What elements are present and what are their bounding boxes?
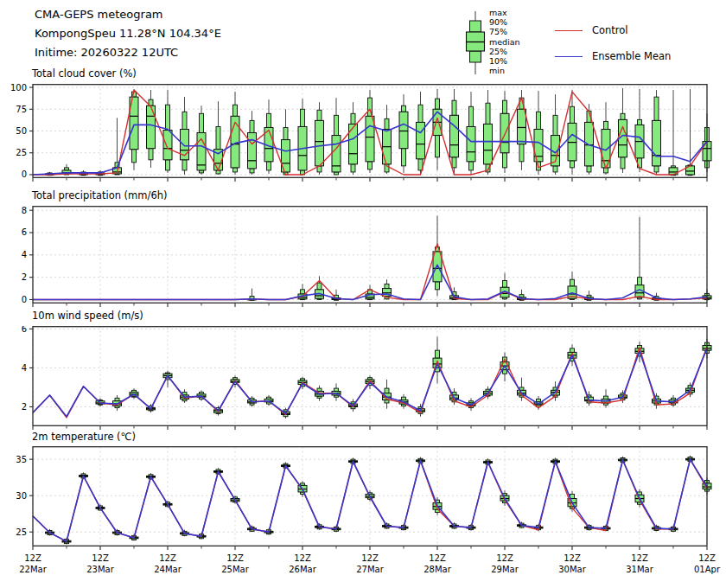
svg-text:30: 30	[16, 491, 27, 501]
svg-text:0: 0	[22, 169, 27, 179]
wind-speed-chart: 246	[0, 326, 726, 433]
temperature-chart: 25303512Z22Mar12Z23Mar12Z24Mar12Z25Mar12…	[0, 446, 726, 588]
svg-text:25: 25	[16, 527, 27, 537]
control-label: Control	[592, 24, 628, 36]
svg-text:27Mar: 27Mar	[356, 565, 384, 574]
control-line-icon	[555, 30, 583, 31]
wind-speed-title: 10m wind speed (m/s)	[32, 310, 143, 322]
svg-text:29Mar: 29Mar	[491, 565, 519, 574]
svg-text:12Z: 12Z	[361, 553, 379, 563]
legend-p10-label: 10%	[489, 56, 520, 66]
legend-item-control: Control	[555, 17, 671, 43]
svg-text:12Z: 12Z	[429, 553, 446, 563]
svg-text:23Mar: 23Mar	[86, 565, 114, 574]
legend-p75-label: 75%	[489, 27, 520, 36]
svg-text:25: 25	[16, 148, 27, 157]
svg-text:12Z: 12Z	[226, 553, 244, 563]
station-coordinates: KompongSpeu 11.28°N 104.34°E	[35, 24, 221, 43]
svg-text:12Z: 12Z	[564, 553, 581, 563]
svg-text:8: 8	[22, 206, 27, 215]
meteogram-page: CMA-GEPS meteogram KompongSpeu 11.28°N 1…	[0, 0, 726, 588]
legend-min-label: min	[489, 66, 520, 75]
ensemble-mean-line-icon	[555, 56, 583, 57]
svg-text:26Mar: 26Mar	[289, 565, 316, 574]
svg-text:12Z: 12Z	[631, 553, 648, 563]
svg-text:0: 0	[22, 295, 27, 304]
svg-text:2: 2	[22, 272, 27, 282]
svg-text:12Z: 12Z	[24, 553, 41, 563]
svg-text:31Mar: 31Mar	[626, 565, 653, 574]
legend-p90-label: 90%	[489, 17, 520, 27]
page-title: CMA-GEPS meteogram	[35, 5, 221, 24]
cloud-cover-chart: 0255075100	[0, 84, 726, 186]
svg-text:4: 4	[22, 250, 27, 259]
svg-text:30Mar: 30Mar	[558, 565, 586, 574]
svg-text:28Mar: 28Mar	[424, 565, 451, 574]
svg-text:24Mar: 24Mar	[154, 565, 182, 574]
svg-text:100: 100	[10, 84, 27, 93]
svg-text:22Mar: 22Mar	[19, 565, 47, 574]
header: CMA-GEPS meteogram KompongSpeu 11.28°N 1…	[35, 5, 221, 62]
svg-text:6: 6	[22, 227, 27, 237]
svg-text:25Mar: 25Mar	[221, 565, 249, 574]
precipitation-title: Total precipitation (mm/6h)	[32, 189, 167, 201]
ensemble-mean-label: Ensemble Mean	[592, 50, 671, 62]
legend-max-label: max	[489, 8, 520, 17]
legend-item-ensemble-mean: Ensemble Mean	[555, 43, 671, 69]
svg-text:01Apr: 01Apr	[694, 565, 721, 574]
svg-text:6: 6	[22, 326, 27, 334]
svg-text:75: 75	[16, 105, 27, 114]
legend-median-label: median	[489, 37, 520, 47]
legend-p25-label: 25%	[489, 47, 520, 56]
svg-text:4: 4	[22, 363, 27, 373]
cloud-cover-title: Total cloud cover (%)	[32, 67, 137, 80]
svg-text:2: 2	[22, 402, 27, 412]
svg-text:12Z: 12Z	[496, 553, 513, 563]
svg-text:12Z: 12Z	[294, 553, 311, 563]
boxplot-legend-icon	[462, 9, 489, 78]
svg-text:50: 50	[16, 126, 27, 136]
svg-text:12Z: 12Z	[92, 553, 109, 563]
series-legend: Control Ensemble Mean	[555, 17, 671, 69]
boxplot-legend-labels: max 90% 75% median 25% 10% min	[489, 8, 520, 75]
svg-text:35: 35	[16, 455, 27, 464]
svg-text:12Z: 12Z	[698, 553, 716, 563]
svg-text:12Z: 12Z	[159, 553, 176, 563]
init-time: Initime: 20260322 12UTC	[35, 43, 221, 62]
precipitation-chart: 02468	[0, 206, 726, 311]
